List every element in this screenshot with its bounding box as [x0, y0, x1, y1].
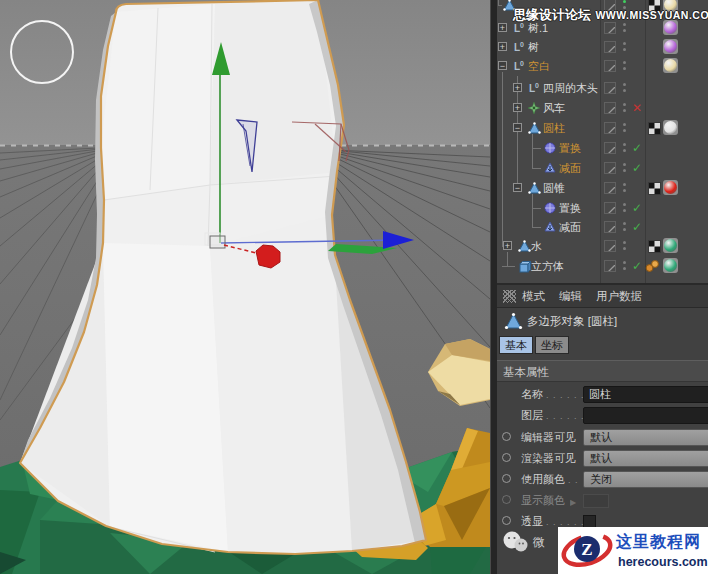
om-row-圆柱[interactable]: −圆柱	[497, 119, 708, 137]
menu-mode[interactable]: 模式	[522, 289, 545, 304]
render-visibility-dot[interactable]	[623, 149, 626, 152]
layer-icon[interactable]	[604, 102, 616, 114]
expander-minus-icon[interactable]: −	[513, 183, 522, 192]
name-input[interactable]: 圆柱	[583, 386, 708, 403]
editor-visibility-dot[interactable]	[623, 203, 626, 206]
layer-icon[interactable]	[604, 41, 616, 53]
layer-icon[interactable]	[604, 82, 616, 94]
expander-minus-icon[interactable]: −	[513, 123, 522, 132]
render-visibility-dot[interactable]	[623, 67, 626, 70]
expander-plus-icon[interactable]: +	[498, 42, 507, 51]
material-tag-icon[interactable]	[663, 238, 678, 253]
om-row-立方体[interactable]: 立方体✓	[497, 257, 708, 275]
layer-icon[interactable]	[604, 260, 616, 272]
editor-visibility-dot[interactable]	[623, 83, 626, 86]
render-visibility-dot[interactable]	[623, 247, 626, 250]
om-item-label[interactable]: 树	[528, 38, 539, 56]
editor-visibility-dot[interactable]	[623, 183, 626, 186]
om-item-label[interactable]: 圆柱	[543, 119, 565, 137]
uvw-tag-icon[interactable]	[648, 181, 661, 194]
layer-icon[interactable]	[604, 221, 616, 233]
material-tag-icon[interactable]	[663, 120, 678, 135]
enabled-check-icon[interactable]: ✓	[630, 199, 644, 217]
menu-edit[interactable]: 编辑	[559, 289, 582, 304]
material-tag-icon[interactable]	[663, 258, 678, 273]
editor-visibility-dot[interactable]	[623, 222, 626, 225]
dropdown-3[interactable]: 默认	[583, 450, 708, 467]
om-row-空白[interactable]: −L0空白	[497, 57, 708, 75]
viewport-3d[interactable]	[0, 0, 490, 574]
om-item-label[interactable]: 空白	[528, 57, 550, 75]
om-item-label[interactable]: 圆锥	[543, 179, 565, 197]
layer-icon[interactable]	[604, 122, 616, 134]
phong-tag-icon[interactable]	[645, 259, 660, 277]
om-row-水[interactable]: +水	[497, 237, 708, 255]
expander-plus-icon[interactable]: +	[503, 241, 512, 250]
tab-coordinates[interactable]: 坐标	[535, 336, 569, 354]
enabled-check-icon[interactable]: ✓	[630, 159, 644, 177]
expander-plus-icon[interactable]: +	[498, 23, 507, 32]
om-item-label[interactable]: 减面	[559, 218, 581, 236]
editor-visibility-dot[interactable]	[623, 163, 626, 166]
keyframe-radio-icon[interactable]	[502, 432, 511, 441]
editor-visibility-dot[interactable]	[623, 261, 626, 264]
om-row-四周的木头[interactable]: +L0四周的木头	[497, 79, 708, 97]
om-row-置换[interactable]: 置换✓	[497, 199, 708, 217]
render-visibility-dot[interactable]	[623, 228, 626, 231]
keyframe-radio-icon[interactable]	[502, 474, 511, 483]
om-row-圆锥[interactable]: −圆锥	[497, 179, 708, 197]
om-row-树[interactable]: +L0树	[497, 38, 708, 56]
om-item-label[interactable]: 置换	[559, 139, 581, 157]
keyframe-radio-icon[interactable]	[502, 453, 511, 462]
om-item-label[interactable]: 水	[531, 237, 542, 255]
expander-plus-icon[interactable]: +	[513, 83, 522, 92]
uvw-tag-icon[interactable]	[648, 121, 661, 134]
layer-icon[interactable]	[604, 240, 616, 252]
layer-icon[interactable]	[604, 142, 616, 154]
render-visibility-dot[interactable]	[623, 209, 626, 212]
layer-icon[interactable]	[604, 162, 616, 174]
enabled-check-icon[interactable]: ✓	[630, 139, 644, 157]
dropdown-2[interactable]: 默认	[583, 429, 708, 446]
editor-visibility-dot[interactable]	[623, 241, 626, 244]
enabled-check-icon[interactable]: ✓	[630, 218, 644, 236]
render-visibility-dot[interactable]	[623, 29, 626, 32]
enabled-check-icon[interactable]: ✓	[630, 257, 644, 275]
material-tag-icon[interactable]	[663, 180, 678, 195]
render-visibility-dot[interactable]	[623, 129, 626, 132]
om-item-label[interactable]: 风车	[543, 99, 565, 117]
om-row-减面[interactable]: 减面✓	[497, 218, 708, 236]
render-visibility-dot[interactable]	[623, 267, 626, 270]
uvw-tag-icon[interactable]	[648, 239, 661, 252]
material-tag-icon[interactable]	[663, 58, 678, 73]
dropdown-4[interactable]: 关闭	[583, 471, 708, 488]
editor-visibility-dot[interactable]	[623, 61, 626, 64]
render-visibility-dot[interactable]	[623, 89, 626, 92]
editor-visibility-dot[interactable]	[623, 123, 626, 126]
om-row-风车[interactable]: +风车✕	[497, 99, 708, 117]
tab-basic[interactable]: 基本	[499, 336, 533, 354]
render-visibility-dot[interactable]	[623, 189, 626, 192]
layer-icon[interactable]	[604, 60, 616, 72]
layer-input[interactable]	[583, 407, 708, 424]
om-row-置换[interactable]: 置换✓	[497, 139, 708, 157]
menu-user-data[interactable]: 用户数据	[596, 289, 642, 304]
object-manager[interactable]: +L0树.1+L0树−L0空白+L0四周的木头+风车✕−圆柱置换✓减面✓−圆锥置…	[497, 0, 708, 285]
om-item-label[interactable]: 减面	[559, 159, 581, 177]
keyframe-radio-icon[interactable]	[502, 516, 511, 525]
om-item-label[interactable]: 立方体	[531, 257, 564, 275]
layer-icon[interactable]	[604, 202, 616, 214]
expander-minus-icon[interactable]: −	[498, 61, 507, 70]
om-item-label[interactable]: 四周的木头	[543, 79, 598, 97]
layer-icon[interactable]	[604, 182, 616, 194]
editor-visibility-dot[interactable]	[623, 0, 626, 3]
om-item-label[interactable]: 置换	[559, 199, 581, 217]
expander-plus-icon[interactable]: +	[513, 103, 522, 112]
editor-visibility-dot[interactable]	[623, 103, 626, 106]
disabled-x-icon[interactable]: ✕	[630, 99, 644, 117]
editor-visibility-dot[interactable]	[623, 42, 626, 45]
editor-visibility-dot[interactable]	[623, 143, 626, 146]
render-visibility-dot[interactable]	[623, 109, 626, 112]
material-tag-icon[interactable]	[663, 39, 678, 54]
render-visibility-dot[interactable]	[623, 48, 626, 51]
